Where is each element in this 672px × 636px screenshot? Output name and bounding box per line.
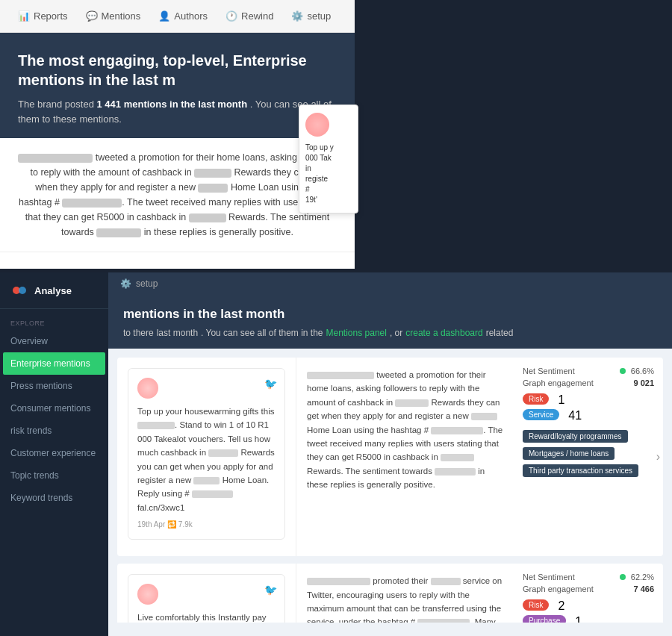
setup-gear-icon: ⚙️: [120, 278, 131, 289]
mention-card-2: 🐦 Live comfortably this Instantly pay up…: [117, 564, 663, 623]
nav-setup[interactable]: ⚙️ setup: [282, 0, 340, 32]
subtitle-start: The brand posted: [18, 99, 94, 110]
tweet-card-2: 🐦 Live comfortably this Instantly pay up…: [128, 574, 285, 623]
tag-service-1: Service: [523, 409, 559, 420]
main-content-area: ⚙️ setup mentions in the last month to t…: [108, 272, 672, 636]
nav-authors[interactable]: 👤 Authors: [149, 0, 217, 32]
sidebar-item-topic[interactable]: Topic trends: [0, 464, 108, 487]
mention-card-2-right: promoted their service on Twitter, encou…: [296, 564, 663, 623]
sidebar-section-label: EXPLORE: [0, 315, 108, 330]
logo-icon: [10, 281, 28, 299]
stats-panel-1: Net Sentiment 66.6% Graph engagement 9 0…: [514, 358, 663, 489]
category-tag-1-1: Reward/loyalty programmes: [523, 430, 628, 443]
expand-arrow-1[interactable]: ›: [656, 450, 660, 464]
sidebar-item-customer[interactable]: Customer experience: [0, 442, 108, 464]
blur-a1-4: [431, 427, 483, 434]
sidebar-item-press[interactable]: Press mentions: [0, 375, 108, 397]
top-nav-bar: 📊 Reports 💬 Mentions 👤 Authors 🕐 Rewind …: [0, 0, 355, 33]
sidebar-item-overview[interactable]: Overview: [0, 330, 108, 352]
svg-point-1: [19, 287, 26, 294]
blur-a2-1: [307, 578, 370, 585]
nav-reports[interactable]: 📊 Reports: [9, 0, 77, 32]
sidebar-item-risk-label: risk trends: [10, 425, 52, 436]
blur-1: [18, 154, 93, 163]
sidebar-logo: Analyse: [0, 272, 108, 309]
main-ui: Analyse EXPLORE Overview Enterprise ment…: [0, 272, 672, 636]
subtitle-to-there: to there: [123, 328, 154, 338]
stat-graph-label-1: Graph engagement: [523, 378, 594, 387]
tweet-avatar-2: [137, 584, 158, 605]
blur-5: [189, 213, 226, 222]
tag-risk-2: Risk: [523, 599, 549, 611]
category-tags-1: Reward/loyalty programmes Mortgages / ho…: [523, 428, 654, 480]
tag-purchase-2: Purchase: [523, 615, 566, 623]
tag-risk-1: Risk: [523, 393, 549, 405]
subtitle-related: related: [486, 328, 514, 338]
tweet-text-2: Live comfortably this Instantly pay up t…: [137, 611, 276, 623]
nav-rewind-label: Rewind: [241, 10, 273, 22]
sidebar-item-enterprise-label: Enterprise mentions: [10, 358, 90, 369]
sidebar-item-enterprise[interactable]: Enterprise mentions: [3, 352, 105, 375]
blur-t1-3: [193, 477, 220, 484]
blur-a1-2: [395, 399, 429, 407]
sidebar-section: EXPLORE Overview Enterprise mentions Pre…: [0, 309, 108, 515]
tag-list-1: Risk 1 Service 41: [523, 393, 654, 423]
sidebar-item-customer-label: Customer experience: [10, 448, 96, 458]
stat-graph-1: Graph engagement 9 021: [523, 378, 654, 387]
logo-label: Analyse: [34, 285, 72, 296]
mentions-panel-link[interactable]: Mentions panel: [326, 328, 387, 338]
blur-3: [198, 184, 228, 193]
rewind-icon: 🕐: [225, 10, 237, 22]
mention-card-1: 🐦 Top up your housewarming gifts this . …: [117, 358, 663, 556]
sidebar-item-topic-label: Topic trends: [10, 470, 59, 481]
blur-a1-5: [441, 454, 474, 461]
tag-purchase-row-2: Purchase 1: [523, 615, 654, 623]
subtitle-last-month: last month: [157, 328, 198, 338]
sidebar-item-overview-label: Overview: [10, 336, 48, 346]
top-main-title: The most engaging, top-level, Enterprise…: [18, 51, 337, 90]
dashboard-link[interactable]: create a dashboard: [405, 328, 482, 338]
sidebar-item-keyword-label: Keyword trends: [10, 493, 72, 503]
tag-risk-value-1: 1: [558, 393, 564, 407]
nav-authors-label: Authors: [174, 10, 208, 22]
stat-net-sentiment-1: Net Sentiment 66.6%: [523, 367, 654, 375]
blur-a1-3: [471, 413, 497, 420]
authors-icon: 👤: [158, 10, 170, 22]
sidebar-item-consumer[interactable]: Consumer mentions: [0, 397, 108, 420]
setup-icon: ⚙️: [291, 10, 303, 22]
stat-graph-label-2: Graph engagement: [523, 584, 594, 593]
nav-rewind[interactable]: 🕐 Rewind: [217, 0, 282, 32]
card2-article-text: promoted their service on Twitter, encou…: [307, 574, 506, 623]
stat-label-2: Net Sentiment: [523, 573, 575, 582]
stat-graph-2: Graph engagement 7 466: [523, 584, 654, 593]
subtitle-in-the: . You can see all of them in the: [201, 328, 323, 338]
tag-list-2: Risk 2 Purchase 1 Service 17: [523, 599, 654, 623]
tweet-avatar-1: [137, 378, 158, 399]
reports-icon: 📊: [18, 10, 30, 22]
blur-4: [62, 199, 122, 208]
floating-tweet-card: Top up y000 Takinregiste#19t': [299, 105, 358, 213]
tweet-card-1: 🐦 Top up your housewarming gifts this . …: [128, 368, 285, 540]
stat-graph-value-2: 7 466: [633, 584, 654, 593]
tag-risk-row-1: Risk 1: [523, 393, 654, 407]
floating-text: Top up y000 Takinregiste#19t': [305, 143, 352, 205]
sidebar-item-consumer-label: Consumer mentions: [10, 403, 90, 414]
twitter-icon-1: 🐦: [264, 376, 277, 392]
sidebar-item-risk[interactable]: risk trends: [0, 420, 108, 442]
stats-panel-2: Net Sentiment 62.2% Graph engagement 7 4…: [514, 564, 663, 623]
tweet-date-1: 19th Apr 🔁 7.9k: [137, 519, 276, 530]
blur-a1-1: [307, 372, 374, 379]
tag-service-row-1: Service 41: [523, 409, 654, 423]
nav-mentions[interactable]: 💬 Mentions: [77, 0, 150, 32]
setup-label: setup: [136, 278, 158, 289]
top-article-text: tweeted a promotion for their home loans…: [18, 150, 337, 240]
tag-risk-row-2: Risk 2: [523, 599, 654, 613]
blur-6: [96, 228, 141, 237]
content-header: mentions in the last month to there last…: [108, 295, 672, 349]
sidebar-item-press-label: Press mentions: [10, 381, 72, 391]
stat-label-1: Net Sentiment: [523, 367, 575, 375]
category-tag-1-3: Third party transaction services: [523, 464, 638, 477]
sidebar-item-keyword[interactable]: Keyword trends: [0, 487, 108, 509]
twitter-icon-2: 🐦: [264, 582, 277, 598]
nav-mentions-label: Mentions: [102, 10, 141, 22]
